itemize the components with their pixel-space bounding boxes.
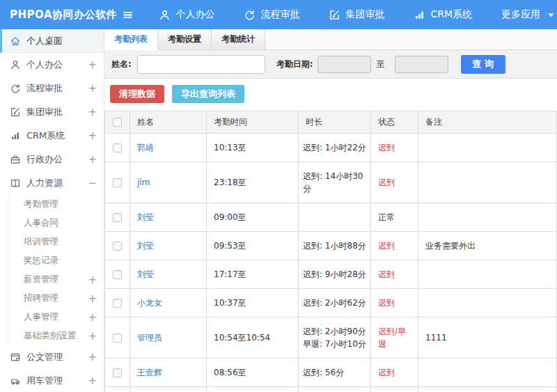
sidebar-subitem-label: 人事合同 [24,217,58,229]
employee-name-link[interactable]: jim [137,178,150,187]
sidebar-item-crm-system[interactable]: CRM系统+ [0,124,104,148]
row-checkbox[interactable] [113,213,122,222]
table-row: 王壹辉08:56至迟到: 56分迟到 [105,359,557,387]
topnav-item-personal-office[interactable]: 个人办公 [159,8,214,21]
attendance-time-cell: 10:37至 [207,289,299,317]
topnav-item-crm-system[interactable]: CRM系统 [414,8,472,21]
name-cell: jim [130,162,207,203]
topnav-item-more-apps[interactable]: 更多应用 [501,8,557,21]
attendance-time-cell: 08:56至 [207,359,299,387]
sidebar-subitem-label: 基础类别设置 [24,330,76,342]
table-row: 管理员10:54至10:54迟到: 2小时90分早退: 7小时10分迟到/早退1… [105,317,557,359]
checkbox-cell [105,289,130,317]
sidebar-item-label: 流程审批 [26,82,63,95]
expand-icon: + [88,351,97,363]
employee-name-link[interactable]: 小龙女 [137,298,162,308]
employee-name-link[interactable]: 郭靖 [137,143,154,152]
home-icon [10,36,21,47]
tab-strip: 考勤列表 考勤设置 考勤统计 [104,29,557,50]
sidebar-item-label: 集团审批 [26,106,63,118]
employee-name-link[interactable]: 管理员 [137,333,162,343]
expand-icon: + [88,292,97,305]
date-range-to-label: 至 [377,58,385,70]
note-cell: 业务需要外出 [418,232,557,260]
checkbox-cell [105,134,130,162]
column-header: 姓名 [130,111,207,134]
row-checkbox[interactable] [113,334,122,343]
tab-attendance-list[interactable]: 考勤列表 [104,29,158,50]
sidebar-subitem-label: 奖惩记录 [24,255,58,267]
row-checkbox[interactable] [113,368,122,377]
tab-attendance-statistics[interactable]: 考勤统计 [212,29,265,49]
status-cell: 迟到 [371,289,418,317]
sidebar-subitem-salary-management[interactable]: 薪资管理+ [8,270,104,289]
book-icon [10,178,21,189]
tab-attendance-settings[interactable]: 考勤设置 [158,29,212,49]
attendance-time-cell: 10:54至10:54 [207,317,299,359]
person-icon [10,59,21,70]
row-checkbox[interactable] [113,178,122,187]
sidebar-item-label: 个人桌面 [26,35,63,47]
employee-name-link[interactable]: 刘莹 [137,269,154,279]
sidebar-subitem-reward-punishment-records[interactable]: 奖惩记录 [8,251,104,270]
sidebar-item-workflow-approval[interactable]: 流程审批+ [0,77,104,100]
attendance-time-cell: 17:17至 [207,260,299,289]
note-cell [418,134,557,162]
sidebar-item-personal-office[interactable]: 个人办公+ [0,53,104,77]
filter-bar: 姓名: 考勤日期: 至 查 询 [104,50,557,79]
sidebar-item-group-approval[interactable]: 集团审批+ [0,100,104,124]
expand-icon: + [88,106,97,118]
action-bar: 清理数据 导出查询列表 [104,79,557,111]
date-from-input[interactable] [317,56,371,73]
sidebar-subitem-training-management[interactable]: 培训管理 [8,233,104,251]
caret-down-icon [545,9,557,21]
edit-icon [329,9,340,21]
date-to-input[interactable] [395,56,448,73]
sidebar-subitem-personnel-contract[interactable]: 人事合同 [8,214,104,233]
status-cell: 迟到 [371,359,418,387]
sidebar-subitem-attendance-management[interactable]: 考勤管理 [8,195,104,214]
status-cell: 迟到/早退 [371,387,418,392]
top-navigation: 个人办公流程审批集团审批CRM系统更多应用 [159,8,557,21]
table-row: 刘莹09:00至正常 [105,203,557,232]
sidebar-item-document-management[interactable]: 公文管理+ [0,345,104,369]
employee-name-link[interactable]: 王壹辉 [137,368,162,377]
name-cell: 小龙女 [130,289,207,317]
duration-cell: 迟到: 14小时30分 [299,162,371,203]
sidebar-item-human-resources[interactable]: 人力资源− [0,171,104,195]
attendance-time-cell: 09:00至 [207,203,299,232]
export-list-button[interactable]: 导出查询列表 [172,85,244,103]
expand-icon: + [88,82,97,95]
sidebar-toggle-button[interactable] [120,6,136,24]
row-checkbox[interactable] [113,299,122,308]
row-checkbox[interactable] [113,143,122,152]
status-cell: 迟到 [371,162,418,203]
name-cell: 黄蓉 [130,387,207,392]
sidebar-item-admin-office[interactable]: 行政办公+ [0,148,104,171]
sidebar-item-vehicle-management[interactable]: 用车管理+ [0,369,104,392]
row-checkbox[interactable] [113,270,122,279]
sidebar-subitem-base-category-settings[interactable]: 基础类别设置+ [8,327,104,345]
duration-line: 早退: 7小时10分 [303,338,366,350]
name-cell: 刘莹 [130,260,207,289]
duration-cell: 迟到: 2小时90分早退: 7小时10分 [299,317,371,359]
sidebar-item-label: 用车管理 [26,375,63,387]
sidebar-item-personal-desktop[interactable]: 个人桌面 [0,29,104,53]
status-badge: 迟到/早退 [378,327,406,349]
search-button[interactable]: 查 询 [461,55,505,74]
row-checkbox[interactable] [113,242,122,251]
table-row: 刘莹09:53至迟到: 1小时88分迟到业务需要外出 [105,232,557,260]
topnav-item-workflow-approval[interactable]: 流程审批 [244,8,299,21]
sidebar-subitem-personnel-management[interactable]: 人事管理+ [8,308,104,327]
sidebar-subitem-recruitment-management[interactable]: 招聘管理+ [8,289,104,308]
expand-icon: + [88,274,97,286]
employee-name-link[interactable]: 刘莹 [137,241,154,251]
topnav-item-label: 流程审批 [260,8,299,21]
topnav-item-group-approval[interactable]: 集团审批 [329,8,384,21]
note-cell [418,359,557,387]
clean-data-button[interactable]: 清理数据 [110,85,164,103]
employee-name-link[interactable]: 刘莹 [137,212,154,222]
name-filter-input[interactable] [137,55,265,74]
select-all-checkbox[interactable] [113,118,122,127]
name-cell: 刘莹 [130,232,207,260]
